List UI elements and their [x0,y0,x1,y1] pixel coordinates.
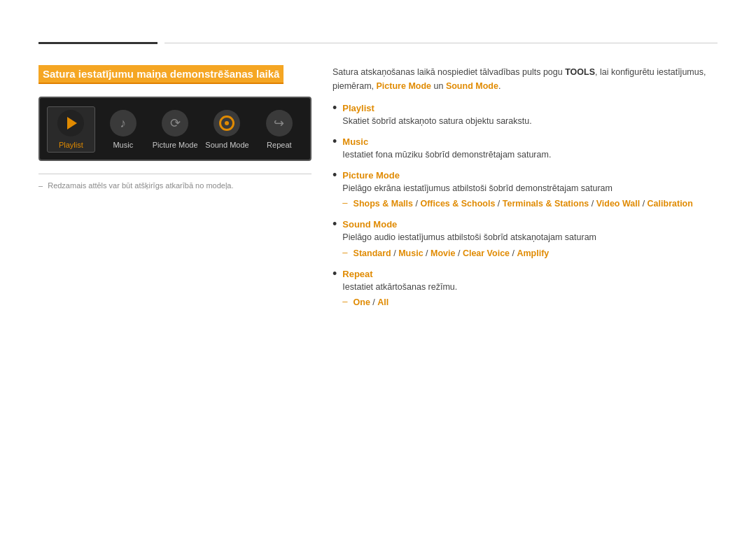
bullet-dot-picture-mode: • [332,169,337,181]
left-column: Satura iestatījumu maiņa demonstrēšanas … [38,65,312,318]
divider-left [38,42,158,44]
bullet-title-playlist: Playlist [342,103,718,113]
all-link: All [377,297,388,307]
device-panel: Playlist ♪ Music ⟳ Picture Mode [38,97,312,161]
right-column: Satura atskaņošanas laikā nospiediet tāl… [332,65,718,318]
shops-malls-link: Shops & Malls [354,199,413,209]
picture-mode-icon-circle: ⟳ [162,110,188,136]
bullet-desc-playlist: Skatiet šobrīd atskaņoto satura objektu … [342,116,531,126]
picture-mode-sub-item: – Shops & Malls / Offices & Schools / Te… [342,197,718,211]
one-link: One [354,297,370,307]
music-icon-circle: ♪ [110,110,136,136]
bullet-desc-picture-mode: Pielāgo ekrāna iestatījumus atbilstoši š… [342,183,612,193]
play-icon [67,117,77,129]
picture-mode-options: Shops & Malls / Offices & Schools / Term… [354,197,693,211]
sub-dash-sound: – [342,247,347,258]
picture-mode-ref: Picture Mode [377,81,432,91]
sound-mode-sub-item: – Standard / Music / Movie / Clear Voice… [342,247,718,260]
bullet-music: • Music Iestatiet fona mūziku šobrīd dem… [332,136,718,162]
bullet-desc-repeat: Iestatiet atkārtošanas režīmu. [342,282,457,292]
cycle-icon: ⟳ [170,115,181,131]
target-icon [219,115,234,131]
movie-link: Movie [430,248,455,258]
section-title: Satura iestatījumu maiņa demonstrēšanas … [38,65,284,84]
intro-paragraph: Satura atskaņošanas laikā nospiediet tāl… [332,65,718,93]
top-dividers [38,42,718,44]
divider-right [164,43,718,43]
sound-mode-label: Sound Mode [205,141,248,149]
sound-mode-options: Standard / Music / Movie / Clear Voice /… [354,247,550,260]
left-divider [38,174,312,174]
repeat-sublist: – One / All [342,296,718,309]
music-icon: ♪ [120,117,126,129]
bullet-playlist: • Playlist Skatiet šobrīd atskaņoto satu… [332,103,718,128]
calibration-link: Calibration [648,199,693,209]
video-wall-link: Video Wall [596,199,640,209]
sound-mode-ref: Sound Mode [446,81,498,91]
terminals-stations-link: Terminals & Stations [503,199,589,209]
bullet-content-repeat: Repeat Iestatiet atkārtošanas režīmu. – … [342,269,718,310]
picture-mode-sublist: – Shops & Malls / Offices & Schools / Te… [342,197,718,211]
panel-item-sound-mode: Sound Mode [203,110,251,149]
panel-item-picture-mode: ⟳ Picture Mode [151,110,199,149]
bullet-sound-mode: • Sound Mode Pielāgo audio iestatījumus … [332,219,718,260]
panel-item-repeat: ↩ Repeat [255,110,303,149]
bullet-title-sound-mode: Sound Mode [342,219,718,230]
target-inner [225,121,229,125]
bullet-dot-playlist: • [332,101,337,114]
music-link: Music [398,248,423,258]
content-area: Satura iestatījumu maiņa demonstrēšanas … [38,65,718,318]
bullet-repeat: • Repeat Iestatiet atkārtošanas režīmu. … [332,269,718,310]
bullet-content-music: Music Iestatiet fona mūziku šobrīd demon… [342,136,718,162]
repeat-icon: ↩ [274,115,284,131]
music-label: Music [113,141,133,149]
repeat-label: Repeat [267,141,291,149]
picture-mode-label: Picture Mode [153,141,198,149]
bullet-title-picture-mode: Picture Mode [342,170,718,181]
panel-item-playlist: Playlist [47,106,95,153]
bullet-dot-repeat: • [332,267,337,280]
bullet-content-picture-mode: Picture Mode Pielāgo ekrāna iestatījumus… [342,170,718,211]
sound-mode-sublist: – Standard / Music / Movie / Clear Voice… [342,247,718,260]
playlist-label: Playlist [59,141,83,149]
offices-schools-link: Offices & Schools [420,199,495,209]
bullet-dot-music: • [332,135,337,148]
playlist-icon-circle [57,110,84,136]
sub-dash-repeat: – [342,296,347,307]
bullet-desc-music: Iestatiet fona mūziku šobrīd demonstrēta… [342,150,551,160]
clear-voice-link: Clear Voice [463,248,510,258]
repeat-sub-item: – One / All [342,296,718,309]
standard-link: Standard [354,248,391,258]
model-note: – Redzamais attēls var būt atšķirīgs atk… [38,181,312,190]
bullet-title-music: Music [342,136,718,147]
sound-mode-icon-circle [214,110,240,136]
bullet-content-playlist: Playlist Skatiet šobrīd atskaņoto satura… [342,103,718,128]
bullet-title-repeat: Repeat [342,269,718,279]
feature-list: • Playlist Skatiet šobrīd atskaņoto satu… [332,103,718,309]
tools-bold: TOOLS [565,67,595,77]
bullet-desc-sound-mode: Pielāgo audio iestatījumus atbilstoši šo… [342,232,596,242]
bullet-dot-sound-mode: • [332,218,337,230]
repeat-options: One / All [354,296,389,309]
amplify-link: Amplify [517,248,549,258]
panel-item-music: ♪ Music [99,110,147,149]
repeat-icon-circle: ↩ [266,110,293,136]
bullet-content-sound-mode: Sound Mode Pielāgo audio iestatījumus at… [342,219,718,260]
sub-dash-picture: – [342,197,347,208]
bullet-picture-mode: • Picture Mode Pielāgo ekrāna iestatījum… [332,170,718,211]
